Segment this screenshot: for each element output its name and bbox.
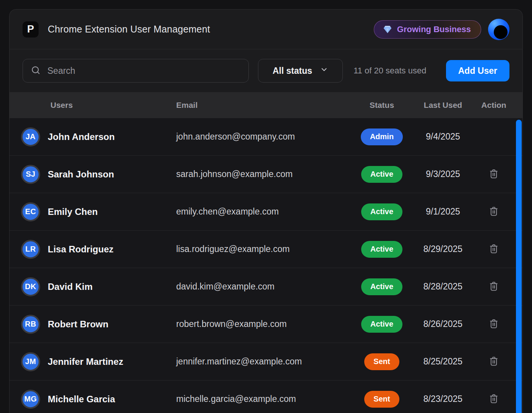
action-cell — [474, 354, 514, 369]
delete-user-button[interactable] — [487, 391, 501, 407]
table-row: SJSarah Johnsonsarah.johnson@example.com… — [10, 156, 522, 193]
action-cell — [474, 316, 514, 332]
add-user-button[interactable]: Add User — [446, 60, 509, 81]
table-row: DKDavid Kimdavid.kim@example.comActive8/… — [10, 268, 522, 306]
user-avatar: RB — [21, 315, 40, 334]
status-badge: Active — [361, 166, 402, 183]
status-badge: Active — [361, 278, 402, 295]
search-input[interactable] — [47, 66, 241, 76]
last-used-date: 8/26/2025 — [412, 319, 474, 329]
table-row: MGMichelle Garciamichelle.garcia@example… — [10, 380, 522, 413]
user-name: John Anderson — [48, 132, 115, 142]
status-badge: Active — [361, 316, 402, 333]
table-body: JAJohn Andersonjohn.anderson@company.com… — [10, 118, 522, 413]
user-email: john.anderson@company.com — [176, 132, 351, 142]
trash-icon — [488, 280, 500, 293]
scrollbar-thumb[interactable] — [516, 120, 522, 413]
last-used-date: 8/29/2025 — [412, 244, 474, 254]
trash-icon — [488, 393, 500, 405]
user-email: jennifer.martinez@example.com — [176, 356, 351, 367]
plan-badge[interactable]: Growing Business — [374, 20, 481, 39]
delete-user-button[interactable] — [487, 241, 501, 257]
last-used-date: 9/3/2025 — [412, 169, 474, 179]
status-cell: Active — [351, 203, 412, 220]
user-email: robert.brown@example.com — [176, 319, 351, 329]
toolbar: All status 11 of 20 seats used Add User — [10, 49, 522, 92]
user-avatar: JA — [21, 127, 40, 146]
last-used-date: 8/23/2025 — [412, 394, 474, 404]
status-badge: Active — [361, 241, 402, 258]
user-name: Sarah Johnson — [48, 169, 114, 180]
user-cell: SJSarah Johnson — [10, 165, 176, 184]
search-icon — [31, 65, 41, 77]
user-avatar: EC — [21, 202, 40, 221]
profile-avatar[interactable] — [488, 19, 509, 40]
user-cell: JAJohn Anderson — [10, 127, 176, 146]
action-cell — [474, 241, 514, 257]
column-header-users: Users — [10, 101, 176, 110]
chevron-down-icon — [320, 65, 328, 76]
delete-user-button[interactable] — [487, 279, 501, 294]
user-email: emily.chen@example.com — [176, 206, 351, 217]
user-management-panel: P Chrome Extension User Management Growi… — [9, 9, 523, 413]
delete-user-button[interactable] — [487, 354, 501, 369]
user-cell: ECEmily Chen — [10, 202, 176, 221]
action-cell — [474, 279, 514, 294]
delete-user-button[interactable] — [487, 316, 501, 332]
status-badge: Sent — [364, 391, 399, 408]
status-badge: Active — [361, 203, 402, 220]
app-header: P Chrome Extension User Management Growi… — [10, 10, 522, 49]
user-name: David Kim — [48, 281, 92, 292]
user-avatar: SJ — [21, 165, 40, 184]
trash-icon — [488, 318, 500, 330]
trash-icon — [488, 355, 500, 368]
table-row: JMJennifer Martinezjennifer.martinez@exa… — [10, 343, 522, 380]
table-row: JAJohn Andersonjohn.anderson@company.com… — [10, 118, 522, 156]
table-row: RBRobert Brownrobert.brown@example.comAc… — [10, 306, 522, 343]
seats-used-text: 11 of 20 seats used — [354, 66, 426, 76]
diamond-icon — [383, 24, 393, 34]
user-email: lisa.rodriguez@example.com — [176, 244, 351, 254]
last-used-date: 9/1/2025 — [412, 206, 474, 217]
status-cell: Active — [351, 241, 412, 258]
delete-user-button[interactable] — [487, 166, 501, 182]
app-logo: P — [23, 21, 39, 37]
status-cell: Sent — [351, 353, 412, 370]
delete-user-button[interactable] — [487, 204, 501, 220]
user-cell: MGMichelle Garcia — [10, 390, 176, 409]
last-used-date: 8/28/2025 — [412, 281, 474, 292]
status-filter-value: All status — [272, 66, 312, 76]
status-cell: Admin — [351, 128, 412, 145]
status-cell: Active — [351, 166, 412, 183]
user-name: Jennifer Martinez — [48, 356, 123, 367]
user-cell: LRLisa Rodriguez — [10, 240, 176, 259]
page-title: Chrome Extension User Management — [48, 24, 210, 35]
user-avatar: JM — [21, 352, 40, 371]
column-header-email: Email — [176, 101, 351, 110]
status-badge: Admin — [361, 128, 403, 145]
trash-icon — [488, 205, 500, 218]
action-cell — [474, 166, 514, 182]
action-cell — [474, 391, 514, 407]
last-used-date: 8/25/2025 — [412, 356, 474, 367]
user-name: Robert Brown — [48, 319, 109, 330]
user-name: Emily Chen — [48, 206, 98, 217]
action-cell — [474, 204, 514, 220]
column-header-last-used: Last Used — [412, 101, 474, 110]
user-email: sarah.johnson@example.com — [176, 169, 351, 179]
status-cell: Active — [351, 316, 412, 333]
table-header: Users Email Status Last Used Action — [10, 92, 522, 118]
trash-icon — [488, 243, 500, 255]
header-right: Growing Business — [374, 19, 509, 40]
search-box[interactable] — [23, 59, 249, 83]
user-name: Lisa Rodriguez — [48, 244, 114, 255]
last-used-date: 9/4/2025 — [412, 132, 474, 142]
user-name: Michelle Garcia — [48, 394, 115, 405]
table-row: ECEmily Chenemily.chen@example.comActive… — [10, 193, 522, 231]
status-filter-select[interactable]: All status — [258, 59, 343, 83]
user-email: david.kim@example.com — [176, 281, 351, 292]
status-cell: Active — [351, 278, 412, 295]
user-cell: JMJennifer Martinez — [10, 352, 176, 371]
status-badge: Sent — [364, 353, 399, 370]
status-cell: Sent — [351, 391, 412, 408]
